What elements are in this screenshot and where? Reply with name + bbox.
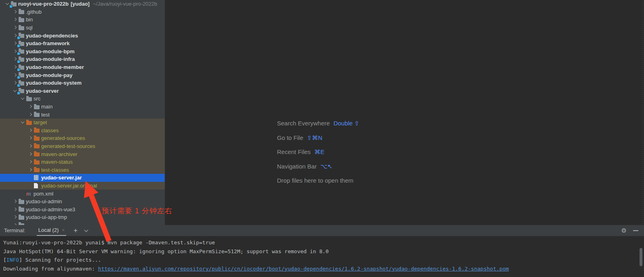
chevron-collapsed-icon[interactable] — [26, 137, 34, 139]
editor-hint-drop-files-here-to-open-them: Drop files here to open them — [277, 177, 359, 185]
maven-icon: m — [26, 191, 31, 196]
terminal-toolbar: Terminal: Local (2) × + ⚙ — [0, 225, 644, 236]
tree-row-yudao-module-system[interactable]: yudao-module-system — [0, 79, 165, 87]
chevron-collapsed-icon[interactable] — [26, 161, 34, 163]
tree-row-yudao-module-infra[interactable]: yudao-module-infra — [0, 55, 165, 63]
tree-row-label: yudao-module-infra — [26, 56, 75, 62]
chevron-collapsed-icon[interactable] — [26, 169, 34, 171]
terminal-text: Downloading from aliyunmaven: — [3, 266, 98, 272]
chevron-collapsed-icon[interactable] — [11, 208, 19, 210]
tree-row-label: main — [41, 104, 52, 110]
folder-icon — [19, 18, 24, 22]
terminal-minimize-icon[interactable] — [633, 230, 638, 231]
chevron-collapsed-icon[interactable] — [11, 82, 19, 84]
project-root-tag: [yudao] — [71, 1, 90, 7]
folder-icon — [34, 113, 40, 117]
folder-icon — [19, 200, 24, 204]
tree-row-yudao-ui-admin-vue3[interactable]: yudao-ui-admin-vue3 — [0, 205, 165, 213]
module-folder-icon — [19, 81, 24, 85]
terminal-tab-local[interactable]: Local (2) × — [37, 225, 67, 236]
terminal-text: Yunai:ruoyi-vue-pro-2022b yunai$ mvn pac… — [3, 240, 215, 246]
editor-hint-go-to-file: Go to File⇧⌘N — [277, 134, 359, 142]
terminal-text: ] Scanning for projects... — [19, 257, 101, 263]
chevron-expanded-icon[interactable] — [3, 3, 11, 4]
tree-row-sql[interactable]: sql — [0, 24, 165, 32]
chevron-expanded-icon[interactable] — [11, 90, 19, 92]
chevron-collapsed-icon[interactable] — [11, 50, 19, 52]
chevron-collapsed-icon[interactable] — [11, 19, 19, 21]
tree-row-partial[interactable] — [0, 221, 165, 225]
tree-row-src[interactable]: src — [0, 95, 165, 103]
tree-row-bin[interactable]: bin — [0, 16, 165, 24]
module-folder-icon — [19, 58, 24, 62]
jar-archive-icon — [34, 175, 38, 180]
tree-row-generated-test-sources[interactable]: generated-test-sources — [0, 142, 165, 150]
tree-row-label: maven-archiver — [41, 151, 78, 157]
chevron-collapsed-icon[interactable] — [26, 129, 34, 131]
tree-row-pom.xml[interactable]: mpom.xml — [0, 190, 165, 198]
chevron-collapsed-icon[interactable] — [26, 106, 34, 108]
tree-row-label: bin — [26, 17, 33, 23]
tree-row-label: yudao-server — [26, 88, 59, 94]
tree-row-yudao-module-pay[interactable]: yudao-module-pay — [0, 71, 165, 79]
chevron-collapsed-icon[interactable] — [11, 66, 19, 68]
tree-row-yudao-module-bpm[interactable]: yudao-module-bpm — [0, 48, 165, 56]
chevron-collapsed-icon[interactable] — [11, 58, 19, 60]
tree-row-maven-status[interactable]: maven-status — [0, 158, 165, 166]
hint-shortcut: ⌘E — [314, 148, 324, 155]
hint-label: Drop files here to open them — [277, 177, 353, 184]
module-folder-icon — [19, 50, 24, 54]
folder-icon — [19, 26, 24, 30]
chevron-expanded-icon[interactable] — [19, 122, 26, 123]
tree-row-yudao-module-member[interactable]: yudao-module-member — [0, 63, 165, 71]
terminal-output[interactable]: Yunai:ruoyi-vue-pro-2022b yunai$ mvn pac… — [0, 236, 644, 277]
tree-row-label: src — [34, 96, 40, 102]
tree-row-yudao-dependencies[interactable]: yudao-dependencies — [0, 31, 165, 40]
chevron-collapsed-icon[interactable] — [11, 11, 19, 13]
tree-row-yudao-ui-admin[interactable]: yudao-ui-admin — [0, 198, 165, 206]
terminal-scrollbar-thumb[interactable] — [640, 248, 642, 266]
new-terminal-tab-button[interactable]: + — [73, 227, 78, 234]
chevron-collapsed-icon[interactable] — [11, 200, 19, 202]
chevron-collapsed-icon[interactable] — [11, 74, 19, 76]
terminal-url-link[interactable]: https://maven.aliyun.com/repository/publ… — [98, 266, 509, 272]
tree-row-classes[interactable]: classes — [0, 127, 165, 135]
chevron-collapsed-icon[interactable] — [11, 216, 19, 218]
tree-row-generated-sources[interactable]: generated-sources — [0, 134, 165, 142]
chevron-collapsed-icon[interactable] — [11, 42, 19, 44]
chevron-collapsed-icon[interactable] — [26, 114, 34, 116]
excluded-folder-icon — [34, 160, 40, 165]
hint-shortcut: ⇧⌘N — [307, 134, 322, 141]
tab-close-icon[interactable]: × — [62, 227, 65, 233]
folder-icon — [19, 208, 24, 212]
chevron-expanded-icon[interactable] — [19, 98, 26, 99]
tree-row-yudao-ui-app-tmp[interactable]: yudao-ui-app-tmp — [0, 213, 165, 221]
tree-row-target[interactable]: target — [0, 119, 165, 127]
tree-row-yudao-server.jar.original[interactable]: yudao-server.jar.original — [0, 182, 165, 190]
tree-row-project-root[interactable]: ruoyi-vue-pro-2022b[yudao]~/Java/ruoyi-v… — [0, 0, 165, 8]
chevron-collapsed-icon[interactable] — [11, 35, 19, 37]
tree-row-label: test-classes — [41, 167, 69, 173]
chevron-collapsed-icon[interactable] — [26, 145, 34, 147]
tree-row-yudao-server[interactable]: yudao-server — [0, 87, 165, 95]
chevron-collapsed-icon[interactable] — [26, 153, 34, 155]
tree-row-maven-archiver[interactable]: maven-archiver — [0, 150, 165, 158]
terminal-tab-dropdown[interactable] — [85, 230, 88, 231]
chevron-collapsed-icon[interactable] — [11, 27, 19, 29]
tree-row-main[interactable]: main — [0, 103, 165, 111]
tree-row-label: target — [34, 119, 47, 125]
tree-row-.github[interactable]: .github — [0, 8, 165, 16]
tree-row-label: yudao-ui-app-tmp — [26, 214, 67, 220]
editor-hint-recent-files: Recent Files⌘E — [277, 148, 359, 156]
terminal-line-2: Java HotSpot(TM) 64-Bit Server VM warnin… — [3, 247, 641, 256]
module-folder-icon — [19, 42, 24, 46]
terminal-settings-gear-icon[interactable]: ⚙ — [621, 227, 627, 234]
tree-row-yudao-server.jar[interactable]: yudao-server.jar — [0, 174, 165, 182]
folder-icon — [26, 97, 32, 101]
tree-row-test-classes[interactable]: test-classes — [0, 166, 165, 174]
hint-label: Go to File — [277, 134, 303, 141]
tree-row-label: test — [41, 112, 50, 118]
tree-row-test[interactable]: test — [0, 110, 165, 119]
tree-row-yudao-framework[interactable]: yudao-framework — [0, 40, 165, 48]
excluded-folder-icon — [34, 144, 40, 148]
